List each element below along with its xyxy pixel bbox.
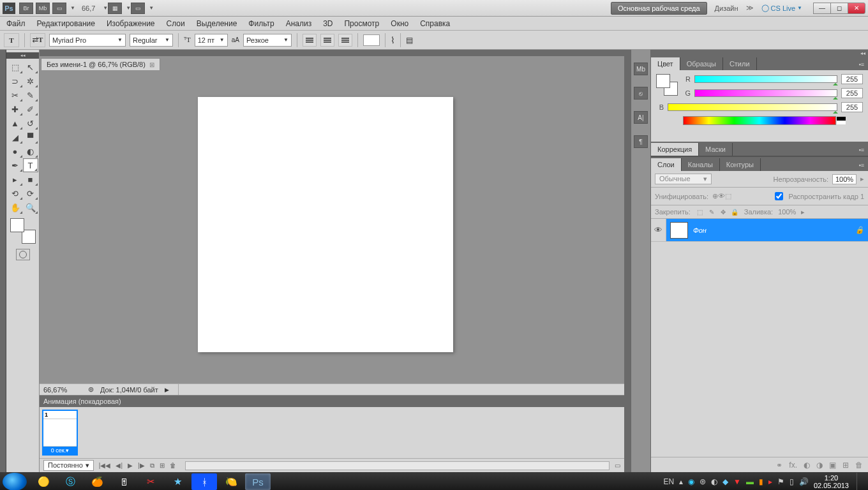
tray-icon[interactable]: ⊛: [700, 477, 706, 486]
arrange-docs-icon[interactable]: ▦: [108, 3, 122, 14]
dodge-tool[interactable]: ◐: [23, 144, 38, 158]
lock-transparency-icon[interactable]: ⬚: [696, 207, 705, 216]
bridge-icon[interactable]: Br: [19, 3, 33, 14]
menu-edit[interactable]: Редактирование: [37, 19, 95, 28]
chevron-down-icon[interactable]: ▼: [103, 5, 108, 11]
taskbar-bluetooth-icon[interactable]: ᚼ: [191, 473, 217, 490]
toolbox-collapse-strip[interactable]: [0, 50, 6, 472]
blur-tool[interactable]: ●: [8, 144, 23, 158]
quick-select-tool[interactable]: ✲: [23, 74, 38, 88]
canvas[interactable]: [198, 97, 453, 352]
unify-position-icon[interactable]: ⊕: [712, 192, 718, 200]
zoom-level[interactable]: 66,7: [82, 4, 95, 12]
status-doc-size[interactable]: Док: 1,04M/0 байт: [100, 386, 158, 394]
minibridge-icon[interactable]: Mb: [36, 3, 50, 14]
taskbar-flstudio-icon[interactable]: 🍊: [84, 473, 110, 490]
frame-delay[interactable]: 0 сек.▾: [43, 447, 77, 454]
tray-lang[interactable]: EN: [663, 477, 674, 486]
hand-tool[interactable]: ✋: [8, 200, 23, 214]
tray-icon[interactable]: ⚑: [777, 477, 784, 486]
stamp-tool[interactable]: ▲: [8, 116, 23, 130]
3d-camera-tool[interactable]: ⟳: [23, 186, 38, 200]
tab-color[interactable]: Цвет: [651, 57, 680, 70]
history-brush-tool[interactable]: ↺: [23, 116, 38, 130]
menu-image[interactable]: Изображение: [107, 19, 155, 28]
character-dock-icon[interactable]: A|: [634, 111, 648, 124]
path-select-tool[interactable]: ▸: [8, 172, 23, 186]
minibridge-dock-icon[interactable]: Mb: [634, 63, 648, 75]
shape-tool[interactable]: ■: [23, 172, 38, 186]
current-tool-icon[interactable]: T: [4, 33, 19, 47]
start-button[interactable]: [3, 473, 27, 490]
tray-icon[interactable]: ▼: [733, 477, 741, 486]
tray-show-hidden-icon[interactable]: ▴: [679, 477, 683, 486]
doc-collapse-strip[interactable]: [40, 50, 624, 56]
font-style-dropdown[interactable]: Regular▼: [130, 34, 173, 47]
new-frame-button[interactable]: ⊞: [160, 462, 165, 469]
layer-mask-icon[interactable]: ◐: [804, 461, 810, 470]
opacity-input[interactable]: 100%: [832, 174, 857, 184]
quick-mask-toggle[interactable]: [16, 249, 30, 260]
timeline-mode-button[interactable]: ▭: [615, 462, 620, 469]
screen-mode-icon[interactable]: ▭: [52, 3, 66, 14]
warp-text-icon[interactable]: ⌇: [391, 35, 395, 45]
fill-input[interactable]: 100%: [778, 208, 796, 216]
fill-flyout-icon[interactable]: ▸: [801, 208, 805, 216]
opacity-flyout-icon[interactable]: ▸: [860, 175, 864, 183]
font-size-dropdown[interactable]: 12 пт▼: [195, 34, 228, 47]
tray-icon[interactable]: ◐: [711, 477, 717, 486]
cslive-button[interactable]: ◯CS Live▼: [756, 4, 807, 12]
move-tool[interactable]: ⬚: [8, 60, 23, 74]
b-slider[interactable]: [668, 103, 837, 111]
chevron-down-icon[interactable]: ▼: [149, 5, 154, 11]
layer-group-icon[interactable]: ▣: [829, 461, 836, 470]
taskbar-app3-icon[interactable]: ★: [165, 473, 190, 490]
foreground-background-colors[interactable]: [10, 218, 36, 244]
layer-visibility-icon[interactable]: 👁: [651, 219, 666, 241]
align-center-button[interactable]: [320, 34, 334, 47]
paragraph-dock-icon[interactable]: ¶: [634, 135, 648, 148]
r-slider[interactable]: [694, 75, 837, 83]
animation-scrollbar[interactable]: [185, 461, 610, 470]
show-desktop-button[interactable]: [857, 473, 862, 490]
gradient-tool[interactable]: ▀: [23, 130, 38, 144]
loop-mode-dropdown[interactable]: Постоянно▾: [43, 460, 94, 471]
tab-masks[interactable]: Маски: [699, 143, 733, 156]
taskbar-app2-icon[interactable]: ✂: [138, 473, 163, 490]
tab-channels[interactable]: Каналы: [682, 158, 720, 171]
taskbar-skype-icon[interactable]: Ⓢ: [57, 473, 83, 490]
eyedropper-tool[interactable]: ✎: [23, 88, 38, 102]
tray-icon[interactable]: ◉: [688, 477, 694, 486]
pen-tool[interactable]: ✒: [8, 158, 23, 172]
status-arrow-icon[interactable]: ▶: [165, 387, 169, 393]
layer-fx-icon[interactable]: fx.: [789, 461, 797, 470]
canvas-viewport[interactable]: [40, 70, 624, 383]
layer-lock-icon[interactable]: 🔒: [855, 226, 864, 234]
menu-analysis[interactable]: Анализ: [286, 19, 312, 28]
animation-frame[interactable]: 1 0 сек.▾: [42, 410, 78, 456]
layer-thumbnail[interactable]: [670, 222, 688, 239]
tab-layers[interactable]: Слои: [651, 158, 682, 171]
delete-layer-icon[interactable]: 🗑: [855, 461, 863, 470]
taskbar-fl-icon[interactable]: 🍋: [218, 473, 244, 490]
menu-3d[interactable]: 3D: [323, 19, 333, 28]
tab-styles[interactable]: Стили: [723, 57, 757, 70]
menu-layer[interactable]: Слои: [167, 19, 185, 28]
tray-icon[interactable]: ▬: [746, 477, 754, 486]
minimize-button[interactable]: —: [813, 3, 831, 14]
panel-menu-icon[interactable]: ▪≡: [855, 59, 868, 70]
menu-filter[interactable]: Фильтр: [248, 19, 274, 28]
tray-icon[interactable]: ▮: [759, 477, 763, 486]
lock-all-icon[interactable]: 🔒: [730, 207, 739, 216]
tray-volume-icon[interactable]: 🔊: [799, 477, 809, 486]
chevron-down-icon[interactable]: ▼: [70, 5, 75, 11]
layer-name[interactable]: Фон: [693, 226, 707, 234]
status-info-icon[interactable]: ⊚: [88, 385, 94, 394]
brush-tool[interactable]: ✐: [23, 102, 38, 116]
maximize-button[interactable]: ◻: [830, 3, 848, 14]
lock-position-icon[interactable]: ✥: [719, 207, 728, 216]
character-panel-icon[interactable]: ▤: [406, 36, 413, 45]
eraser-tool[interactable]: ◢: [8, 130, 23, 144]
tray-icon[interactable]: ▸: [768, 477, 772, 486]
history-dock-icon[interactable]: ⎋: [634, 87, 648, 100]
